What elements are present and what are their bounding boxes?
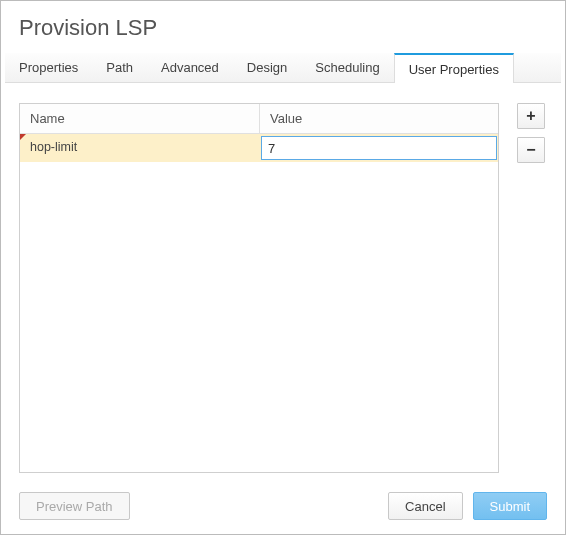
column-header-value[interactable]: Value <box>260 104 498 133</box>
properties-table: Name Value hop-limit <box>19 103 499 473</box>
remove-row-button[interactable]: − <box>517 137 545 163</box>
tab-path[interactable]: Path <box>92 53 147 82</box>
tab-user-properties[interactable]: User Properties <box>394 53 514 83</box>
dialog-footer: Preview Path Cancel Submit <box>1 478 565 534</box>
submit-button[interactable]: Submit <box>473 492 547 520</box>
table-row[interactable]: hop-limit <box>20 134 498 162</box>
cell-name[interactable]: hop-limit <box>20 134 260 162</box>
tab-design[interactable]: Design <box>233 53 301 82</box>
column-header-name[interactable]: Name <box>20 104 260 133</box>
row-action-buttons: + − <box>517 103 547 163</box>
tab-properties[interactable]: Properties <box>5 53 92 82</box>
tab-bar: Properties Path Advanced Design Scheduli… <box>5 53 561 83</box>
tab-scheduling[interactable]: Scheduling <box>301 53 393 82</box>
dirty-indicator-icon <box>20 134 26 140</box>
preview-path-button[interactable]: Preview Path <box>19 492 130 520</box>
content-area: Name Value hop-limit + − <box>1 83 565 471</box>
plus-icon: + <box>526 107 535 125</box>
table-header-row: Name Value <box>20 104 498 134</box>
footer-right-buttons: Cancel Submit <box>388 492 547 520</box>
provision-lsp-dialog: Provision LSP Properties Path Advanced D… <box>0 0 566 535</box>
tab-advanced[interactable]: Advanced <box>147 53 233 82</box>
minus-icon: − <box>526 141 535 159</box>
cell-value[interactable] <box>260 134 498 162</box>
cancel-button[interactable]: Cancel <box>388 492 462 520</box>
add-row-button[interactable]: + <box>517 103 545 129</box>
value-input[interactable] <box>261 136 497 160</box>
dialog-title: Provision LSP <box>1 1 565 53</box>
